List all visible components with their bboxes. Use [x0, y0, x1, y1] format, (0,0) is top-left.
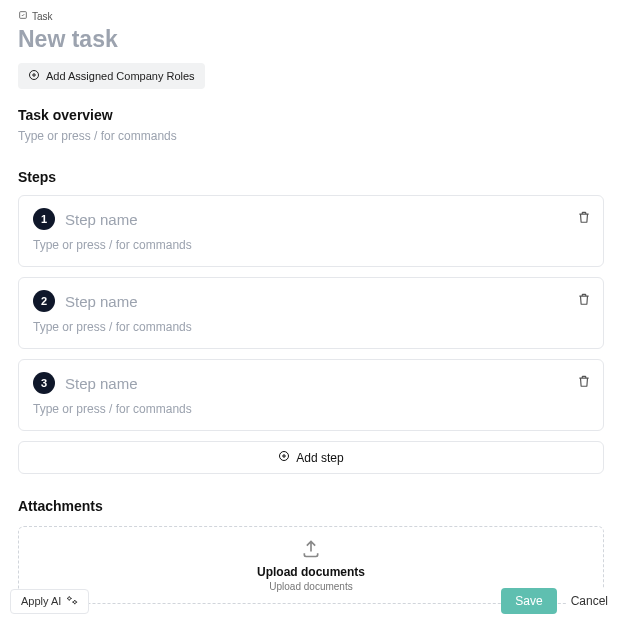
add-assigned-roles-button[interactable]: Add Assigned Company Roles — [18, 63, 205, 89]
breadcrumb-label: Task — [32, 11, 53, 22]
sparkle-icon — [67, 595, 78, 608]
step-body-input[interactable]: Type or press / for commands — [33, 320, 589, 334]
step-card: 3 Step name Type or press / for commands — [18, 359, 604, 431]
delete-step-button[interactable] — [577, 210, 591, 228]
apply-ai-label: Apply AI — [21, 595, 61, 607]
step-card: 1 Step name Type or press / for commands — [18, 195, 604, 267]
plus-circle-icon — [278, 450, 290, 465]
footer-bar: Apply AI Save Cancel — [10, 588, 612, 614]
overview-input[interactable]: Type or press / for commands — [18, 127, 604, 143]
step-number-badge: 2 — [33, 290, 55, 312]
trash-icon — [577, 210, 591, 227]
delete-step-button[interactable] — [577, 292, 591, 310]
page-title[interactable]: New task — [18, 26, 604, 53]
attachments-heading: Attachments — [18, 498, 604, 514]
task-icon — [18, 10, 28, 22]
step-name-input[interactable]: Step name — [65, 375, 589, 392]
apply-ai-button[interactable]: Apply AI — [10, 589, 89, 614]
step-body-input[interactable]: Type or press / for commands — [33, 402, 589, 416]
save-button[interactable]: Save — [501, 588, 556, 614]
task-editor-page: Task New task Add Assigned Company Roles… — [0, 0, 622, 622]
breadcrumb[interactable]: Task — [18, 10, 604, 22]
add-roles-label: Add Assigned Company Roles — [46, 70, 195, 82]
add-step-label: Add step — [296, 451, 343, 465]
delete-step-button[interactable] — [577, 374, 591, 392]
upload-title: Upload documents — [257, 565, 365, 579]
step-name-input[interactable]: Step name — [65, 211, 589, 228]
steps-heading: Steps — [18, 169, 604, 185]
step-number-badge: 1 — [33, 208, 55, 230]
upload-icon — [301, 539, 321, 563]
step-name-input[interactable]: Step name — [65, 293, 589, 310]
trash-icon — [577, 292, 591, 309]
step-number-badge: 3 — [33, 372, 55, 394]
step-body-input[interactable]: Type or press / for commands — [33, 238, 589, 252]
plus-circle-icon — [28, 69, 40, 83]
overview-heading: Task overview — [18, 107, 604, 123]
add-step-button[interactable]: Add step — [18, 441, 604, 474]
cancel-button[interactable]: Cancel — [567, 588, 612, 614]
trash-icon — [577, 374, 591, 391]
step-card: 2 Step name Type or press / for commands — [18, 277, 604, 349]
